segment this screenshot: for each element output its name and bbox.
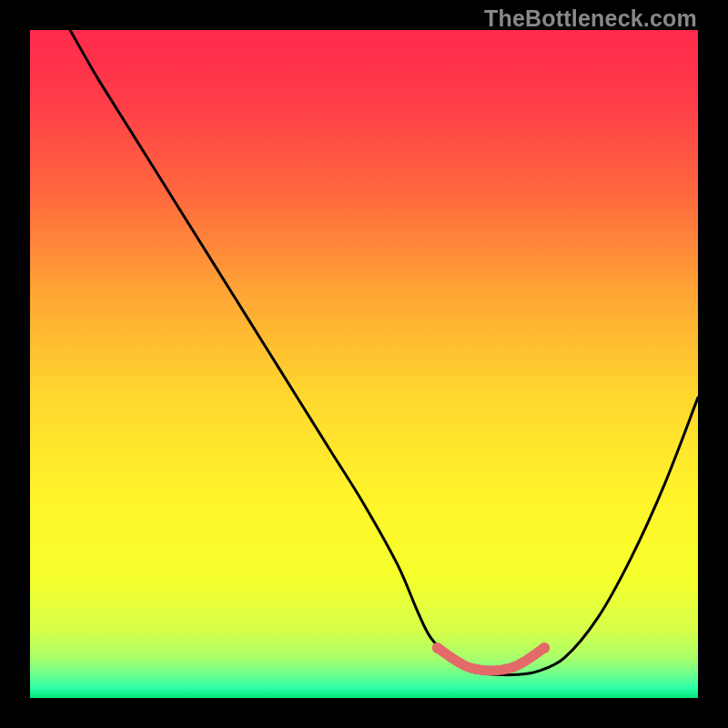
optimal-range-dot-right xyxy=(539,642,550,653)
chart-frame: TheBottleneck.com xyxy=(0,0,728,728)
plot-area xyxy=(30,30,698,698)
curve-layer xyxy=(30,30,698,698)
optimal-range-highlight xyxy=(438,648,544,671)
bottleneck-curve xyxy=(70,30,698,675)
optimal-range-dot-left xyxy=(432,642,443,653)
watermark-text: TheBottleneck.com xyxy=(484,5,697,32)
